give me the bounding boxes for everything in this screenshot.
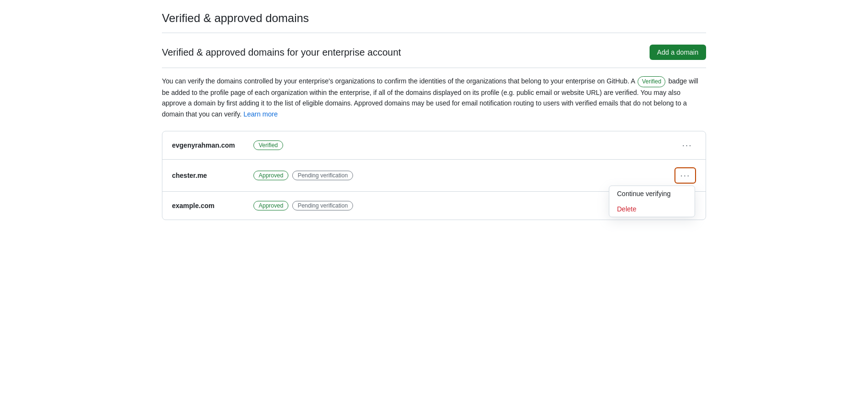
domain-badges: Approved Pending verification	[253, 171, 674, 180]
badge-approved: Approved	[253, 201, 288, 210]
domain-name: evgenyrahman.com	[172, 141, 249, 149]
section-title: Verified & approved domains for your ent…	[162, 47, 401, 58]
description-text: You can verify the domains controlled by…	[162, 76, 706, 119]
domain-name: example.com	[172, 202, 249, 210]
dropdown-menu: Continue verifying Delete	[609, 186, 695, 217]
badge-verified: Verified	[253, 140, 283, 150]
domains-table: evgenyrahman.com Verified ··· chester.me…	[162, 131, 706, 220]
section-header: Verified & approved domains for your ent…	[162, 45, 706, 68]
badge-approved: Approved	[253, 171, 288, 180]
dropdown-wrapper: ··· Continue verifying Delete	[674, 167, 696, 184]
row-actions: ···	[678, 139, 696, 151]
delete-item[interactable]: Delete	[609, 201, 695, 217]
domain-name: chester.me	[172, 172, 249, 179]
add-domain-button[interactable]: Add a domain	[650, 45, 706, 60]
table-row: chester.me Approved Pending verification…	[162, 160, 706, 192]
domain-badges: Verified	[253, 140, 678, 150]
badge-pending: Pending verification	[292, 171, 353, 180]
row-actions: ··· Continue verifying Delete	[674, 167, 696, 184]
verified-badge-inline: Verified	[638, 76, 665, 87]
more-options-button[interactable]: ···	[678, 139, 696, 151]
badge-pending: Pending verification	[292, 201, 353, 210]
learn-more-link[interactable]: Learn more	[243, 110, 278, 118]
continue-verifying-item[interactable]: Continue verifying	[609, 186, 695, 201]
more-options-button[interactable]: ···	[676, 169, 694, 182]
page-title: Verified & approved domains	[162, 12, 706, 33]
table-row: evgenyrahman.com Verified ···	[162, 131, 706, 160]
description-before-badge: You can verify the domains controlled by…	[162, 77, 635, 85]
